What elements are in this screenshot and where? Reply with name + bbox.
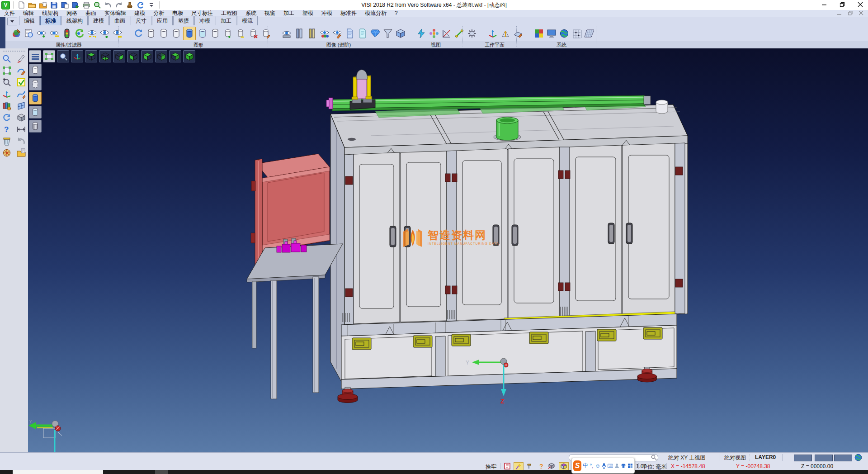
globe-icon[interactable]	[558, 27, 570, 40]
grid-plane-icon[interactable]	[584, 27, 595, 40]
toolbar-grip[interactable]	[3, 51, 25, 52]
layer-add-icon[interactable]	[222, 27, 234, 40]
tab-standard[interactable]: 标准	[40, 16, 61, 25]
new-document-icon[interactable]	[17, 1, 26, 9]
view-menu-icon[interactable]	[29, 50, 41, 62]
view-iso-solid-icon[interactable]	[183, 50, 195, 62]
tab-edit[interactable]: 编辑	[19, 16, 40, 25]
sync-icon[interactable]	[136, 1, 145, 9]
view-flower-icon[interactable]	[428, 27, 440, 40]
sogou-logo-icon[interactable]: S	[573, 460, 581, 471]
more-dropdown-icon[interactable]	[147, 1, 156, 9]
view-top-icon[interactable]	[85, 50, 97, 62]
page-blue-icon[interactable]	[344, 27, 356, 40]
view-bottom-icon[interactable]	[99, 50, 111, 62]
machine-model[interactable]: Y Z Y	[28, 48, 868, 452]
layer-outline-3-icon[interactable]	[170, 27, 182, 40]
tools-icon[interactable]	[525, 462, 534, 470]
visi-logo-icon[interactable]: V	[1, 1, 10, 9]
display-transparent-icon[interactable]	[29, 120, 42, 133]
color-grid-icon[interactable]	[533, 27, 545, 40]
regen-icon[interactable]	[1, 112, 13, 123]
measure-icon[interactable]	[15, 124, 27, 135]
display-shaded-edges-icon[interactable]	[29, 106, 42, 118]
tab-flow[interactable]: 模流	[237, 16, 258, 25]
view-settings-icon[interactable]	[466, 27, 478, 40]
workplane-axes-icon[interactable]	[487, 27, 499, 40]
layer-remove-icon[interactable]	[235, 27, 246, 40]
tab-dimension[interactable]: 尺寸	[131, 16, 151, 25]
child-restore-button[interactable]	[848, 11, 853, 15]
tab-die[interactable]: 冲模	[194, 16, 215, 25]
toggle-visibility-icon[interactable]	[86, 27, 98, 40]
spline-icon[interactable]	[15, 89, 27, 100]
view-left-icon[interactable]	[141, 50, 153, 62]
current-view-combo[interactable]: 绝对 XY 上视图	[668, 454, 705, 462]
help-icon[interactable]: ?	[1, 124, 13, 135]
monitor-icon[interactable]	[546, 27, 557, 40]
ime-keyboard-icon[interactable]	[608, 464, 613, 468]
child-close-button[interactable]	[859, 11, 863, 15]
view-right-icon[interactable]	[113, 50, 125, 62]
layer-outline-4-icon[interactable]	[209, 27, 221, 40]
extract-solid-icon[interactable]	[547, 462, 556, 470]
workplane-axes-2-icon[interactable]	[500, 27, 511, 40]
page-preview-icon[interactable]	[23, 27, 35, 40]
save-icon[interactable]	[49, 1, 58, 9]
shade-edit-icon[interactable]	[331, 27, 343, 40]
color-swatch-3[interactable]	[834, 455, 852, 461]
show-entities-icon[interactable]	[36, 27, 47, 40]
attributes-icon[interactable]	[1, 100, 13, 111]
measure-axes-icon[interactable]	[441, 27, 453, 40]
menu-die[interactable]: 冲模	[317, 10, 336, 17]
ime-language-toggle[interactable]: 中	[583, 462, 588, 469]
taskbar-item[interactable]	[155, 470, 168, 474]
restore-button[interactable]	[838, 1, 846, 8]
display-shaded-icon[interactable]	[29, 92, 42, 104]
glass-cube-icon[interactable]	[395, 27, 406, 40]
color-swatch-2[interactable]	[815, 455, 833, 461]
filter-traffic-light-icon[interactable]	[61, 27, 73, 40]
section-line-icon[interactable]	[453, 27, 465, 40]
import-file-icon[interactable]	[15, 147, 27, 158]
taskbar-app-button[interactable]	[13, 470, 103, 474]
attributes-brush-icon[interactable]	[10, 27, 22, 40]
menu-help[interactable]: ?	[391, 10, 402, 17]
menu-window[interactable]: 视窗	[260, 10, 279, 17]
grid-snap-icon[interactable]	[571, 27, 583, 40]
undo-icon[interactable]	[104, 1, 113, 9]
ime-punctuation-toggle[interactable]: °,	[590, 463, 594, 469]
save-as-icon[interactable]	[60, 1, 69, 9]
layer-outline-1-icon[interactable]	[145, 27, 157, 40]
menu-mould[interactable]: 塑模	[298, 10, 317, 17]
menu-file[interactable]: 文件	[0, 10, 19, 17]
open-folder-icon[interactable]	[28, 1, 37, 9]
confirm-icon[interactable]	[15, 77, 27, 88]
selection-search-icon[interactable]	[1, 53, 13, 64]
menu-machining[interactable]: 加工	[279, 10, 298, 17]
shade-palette-icon[interactable]	[319, 27, 330, 40]
tab-modeling[interactable]: 建模	[88, 16, 109, 25]
active-layer-label[interactable]: LAYER0	[755, 454, 776, 460]
show-all-icon[interactable]	[99, 27, 111, 40]
layer-current-icon[interactable]	[183, 27, 196, 40]
menu-flow-analysis[interactable]: 模流分析	[361, 10, 391, 17]
page-cyan-icon[interactable]	[357, 27, 368, 40]
status-help-icon[interactable]: ?	[537, 462, 546, 470]
zoom-fit-icon[interactable]	[43, 50, 55, 62]
tab-application[interactable]: 应用	[152, 16, 173, 25]
filmstrip-2-icon[interactable]	[306, 27, 318, 40]
ime-user-icon[interactable]	[614, 463, 619, 469]
color-swatch-1[interactable]	[794, 455, 812, 461]
tab-surface[interactable]: 曲面	[109, 16, 130, 25]
view-front-icon[interactable]	[127, 50, 139, 62]
redo-icon[interactable]	[114, 1, 123, 9]
print-preview-icon[interactable]	[93, 1, 102, 9]
print-icon[interactable]	[82, 1, 91, 9]
delete-icon[interactable]	[1, 136, 13, 147]
layer-visible-icon[interactable]	[197, 27, 208, 40]
erase-icon[interactable]	[15, 53, 27, 64]
shaded-cube-icon[interactable]	[15, 112, 27, 123]
render-box-icon[interactable]	[281, 27, 292, 40]
zoom-dynamic-icon[interactable]	[57, 50, 69, 62]
